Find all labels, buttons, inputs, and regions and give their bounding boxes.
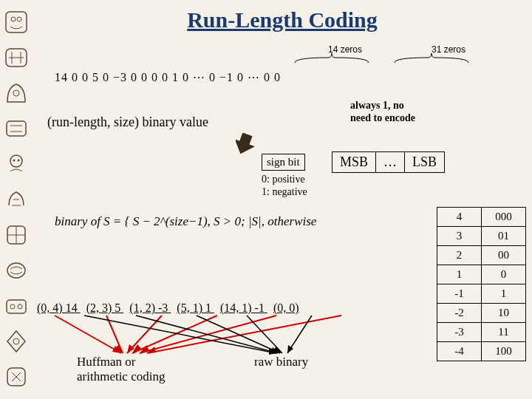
maya-glyph-icon [3, 364, 30, 390]
table-cell: 100 [482, 342, 526, 361]
binary-formula: binary of S = { S − 2^(size−1), S > 0; |… [55, 214, 316, 229]
negative-note: 1: negative [262, 186, 307, 199]
svg-line-22 [132, 316, 217, 353]
huffman-label: Huffman or arithmetic coding [77, 355, 165, 385]
svg-marker-27 [147, 347, 156, 353]
always-1-line2: need to encode [350, 112, 415, 125]
svg-line-20 [127, 316, 162, 353]
maya-glyph-icon [3, 9, 30, 35]
encoded-pair: (5, 1) 1 [177, 301, 214, 314]
svg-line-32 [197, 316, 280, 353]
svg-point-2 [17, 17, 21, 21]
table-cell: 00 [482, 246, 526, 265]
svg-marker-31 [270, 348, 278, 354]
encoded-pair: (0, 0) [273, 301, 299, 314]
table-cell: 11 [482, 323, 526, 342]
svg-marker-25 [140, 345, 149, 353]
huffman-line2: arithmetic coding [77, 369, 165, 384]
svg-marker-17 [112, 346, 121, 353]
huffman-line1: Huffman or [77, 355, 165, 369]
svg-marker-37 [287, 345, 293, 353]
value-code-table: 400030120010-11-210-311-4100 [437, 207, 526, 361]
rlc-format-label: (run-length, size) binary value [47, 115, 208, 130]
table-cell: 000 [482, 208, 526, 227]
lsb-cell: LSB [404, 152, 444, 172]
svg-point-10 [7, 263, 25, 278]
svg-point-8 [18, 160, 20, 162]
encoded-pairs-row: (0, 4) 14 (2, 3) 5 (1, 2) -3 (5, 1) 1 (1… [37, 301, 305, 315]
zeros-31-label: 31 zeros [432, 44, 466, 55]
table-row: -210 [437, 304, 526, 323]
sign-bit-note: 0: positive 1: negative [262, 174, 307, 199]
maya-glyph-icon [3, 328, 30, 355]
decorative-glyph-strip [0, 0, 33, 399]
svg-line-30 [136, 316, 278, 353]
msb-cell: MSB [332, 152, 375, 172]
encoded-pair: (0, 4) 14 [37, 301, 81, 314]
sign-bit-box: sign bit [262, 154, 305, 171]
always-1-line1: always 1, no [350, 100, 415, 112]
svg-marker-19 [114, 345, 123, 353]
table-cell: 0 [482, 265, 526, 284]
svg-line-18 [106, 316, 123, 353]
svg-rect-5 [7, 121, 26, 136]
svg-point-7 [13, 160, 16, 162]
maya-glyph-icon [3, 186, 30, 213]
maya-glyph-icon [3, 115, 30, 142]
encoded-pair: (14, 1) -1 [220, 301, 267, 314]
svg-marker-29 [269, 349, 276, 355]
table-row: -311 [437, 323, 526, 342]
svg-marker-23 [132, 344, 142, 353]
always-1-note: always 1, no need to encode [350, 100, 415, 125]
svg-line-26 [147, 316, 341, 353]
table-cell: 1 [482, 284, 526, 304]
table-cell: 3 [437, 227, 482, 246]
arrow-down-icon [236, 133, 256, 157]
table-cell: 2 [437, 246, 482, 265]
table-cell: -1 [437, 284, 482, 304]
table-cell: -3 [437, 323, 482, 342]
msb-lsb-box: MSB … LSB [332, 151, 445, 173]
table-row: 4000 [437, 208, 526, 227]
table-cell: 1 [437, 265, 482, 284]
table-row: -4100 [437, 342, 526, 361]
encoded-pair: (2, 3) 5 [86, 301, 124, 314]
svg-point-1 [11, 17, 16, 21]
svg-point-12 [10, 304, 15, 309]
svg-point-6 [10, 155, 22, 167]
maya-glyph-icon [3, 257, 30, 284]
maya-glyph-icon [3, 222, 30, 248]
svg-marker-21 [127, 344, 134, 353]
svg-line-36 [287, 316, 312, 353]
dots-cell: … [375, 152, 404, 172]
zeros-14-label: 14 zeros [328, 44, 362, 55]
maya-glyph-icon [3, 80, 30, 106]
maya-glyph-icon [3, 44, 30, 71]
svg-point-13 [18, 304, 22, 309]
coefficient-sequence: 14 0 0 5 0 −3 0 0 0 0 1 0 ⋯ 0 −1 0 ⋯ 0 0 [55, 70, 281, 84]
table-cell: 01 [482, 227, 526, 246]
encoded-pair: (1, 2) -3 [129, 301, 171, 314]
svg-rect-0 [6, 12, 27, 33]
svg-marker-33 [271, 347, 280, 353]
table-cell: -4 [437, 342, 482, 361]
svg-point-14 [13, 338, 19, 344]
svg-line-28 [84, 316, 276, 353]
table-cell: 10 [482, 304, 526, 323]
table-row: 200 [437, 246, 526, 265]
maya-glyph-icon [3, 293, 30, 319]
svg-point-4 [13, 90, 19, 96]
svg-line-24 [140, 316, 276, 353]
table-row: 301 [437, 227, 526, 246]
maya-glyph-icon [3, 151, 30, 177]
svg-marker-35 [273, 347, 282, 353]
raw-binary-label: raw binary [254, 355, 308, 369]
table-cell: -2 [437, 304, 482, 323]
svg-rect-11 [7, 300, 26, 313]
svg-line-16 [55, 316, 121, 353]
table-row: -11 [437, 284, 526, 304]
table-cell: 4 [437, 208, 482, 227]
slide-title: Run-Length Coding [33, 7, 532, 33]
svg-line-34 [247, 316, 282, 353]
positive-note: 0: positive [262, 174, 307, 186]
